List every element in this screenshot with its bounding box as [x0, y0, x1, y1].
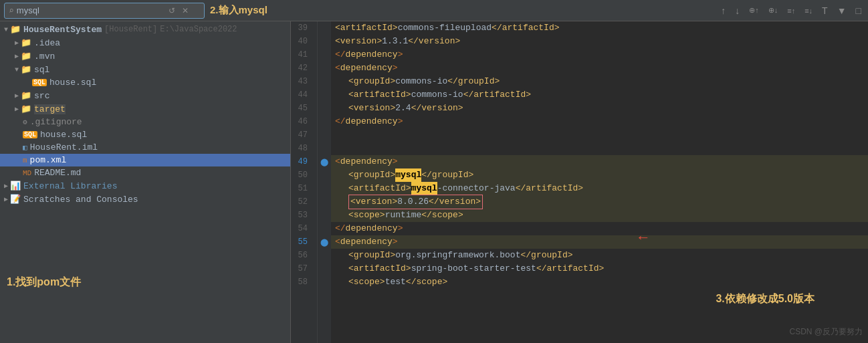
tag-44-endclose: >: [526, 88, 531, 102]
text-52: 8.0.26: [397, 197, 429, 207]
gutter-52: [318, 195, 331, 209]
folder-icon-target: 📁: [21, 104, 31, 114]
sidebar-item-ext-lib[interactable]: ▶ 📊 External Libraries: [0, 179, 290, 193]
code-area: 39 40 41 42 43 44 45 46 47 48 49 50 51 5…: [291, 21, 868, 343]
line-num-56: 56: [291, 249, 312, 262]
line-num-49: 49: [291, 155, 312, 168]
idea-label: .idea: [34, 38, 60, 48]
search-prev-btn[interactable]: ↺: [167, 5, 177, 17]
tag-43-endclose: >: [494, 75, 500, 88]
gutter: ⬤ ⬤: [318, 21, 331, 343]
tag-artifactid-prev: artifactId: [340, 21, 393, 35]
tag-50-endname: groupId: [432, 168, 469, 182]
sidebar-item-project-root[interactable]: ▼ 📁 HouseRentSystem [HouseRent] E:\JavaS…: [0, 23, 290, 36]
tag-54-open: </: [335, 222, 346, 235]
tag-51-endclose: >: [578, 182, 583, 195]
code-line-41: </dependency>: [331, 48, 868, 62]
code-line-56: <groupId>org.springframework.boot</group…: [331, 249, 868, 262]
line-num-47: 47: [291, 128, 312, 142]
tag-57-close: >: [406, 262, 411, 275]
sidebar-item-house-sql2[interactable]: SQL house.sql: [0, 128, 290, 141]
sidebar-item-house-sql[interactable]: SQL house.sql: [0, 76, 290, 89]
tag-45-endopen: </: [411, 102, 422, 115]
tag-51-name: artifactId: [354, 182, 406, 195]
line-num-57: 57: [291, 262, 312, 275]
sidebar-item-readme[interactable]: MD README.md: [0, 166, 290, 179]
gutter-49-marker: ⬤: [318, 155, 331, 168]
nav-up-btn[interactable]: ↑: [718, 4, 728, 17]
tag-56-name: groupId: [354, 249, 391, 262]
tag-53-endname: scope: [432, 209, 458, 222]
tag-52-endname: version: [439, 197, 476, 207]
line-num-41: 41: [291, 48, 312, 62]
code-line-39: <artifactId>commons-fileupload</artifact…: [331, 21, 868, 35]
code-line-43: <groupId>commons-io</groupId>: [331, 75, 868, 88]
find-next-btn[interactable]: ⊕↓: [766, 5, 781, 16]
tag-58-open: <: [348, 275, 354, 289]
tag-53-open: <: [348, 209, 354, 222]
main-area: ▼ 📁 HouseRentSystem [HouseRent] E:\JavaS…: [0, 21, 868, 343]
code-line-52: <version>8.0.26</version>: [331, 195, 868, 209]
sidebar-item-pom[interactable]: m pom.xml: [0, 154, 290, 166]
filter-btn[interactable]: ▼: [835, 4, 849, 17]
arrow-src: ▶: [15, 92, 19, 100]
tag-44-close: >: [406, 88, 411, 102]
tag-58-endclose: >: [442, 275, 447, 289]
search-input[interactable]: [17, 5, 164, 15]
ext-lib-label: External Libraries: [23, 181, 117, 191]
tag-end-artifactid-prev: >: [554, 21, 560, 35]
sidebar-item-idea[interactable]: ▶ 📁 .idea: [0, 36, 290, 49]
align-left-btn[interactable]: ≡↑: [784, 5, 798, 16]
arrow-sql: ▼: [15, 66, 19, 74]
tag-43-open: <: [348, 75, 354, 88]
tag-45-endclose: >: [458, 102, 463, 115]
sidebar-item-target[interactable]: ▶ 📁 target: [0, 102, 290, 116]
mvn-label: .mvn: [34, 51, 55, 62]
search-close-btn[interactable]: ✕: [180, 5, 191, 17]
tag-49-open: <: [335, 155, 340, 168]
folder-icon-sql: 📁: [21, 64, 31, 75]
sidebar-item-mvn[interactable]: ▶ 📁 .mvn: [0, 49, 290, 63]
tag-50-name: groupId: [354, 168, 391, 182]
src-label: src: [34, 91, 49, 101]
tag-40-endopen: </: [408, 35, 419, 48]
sidebar-item-scratches[interactable]: ▶ 📝 Scratches and Consoles: [0, 193, 290, 206]
target-label: target: [34, 104, 66, 114]
sidebar-item-iml[interactable]: ◧ HouseRent.iml: [0, 141, 290, 154]
gutter-50: [318, 168, 331, 182]
code-line-57: <artifactId>spring-boot-starter-test</ar…: [331, 262, 868, 275]
line-num-51: 51: [291, 182, 312, 195]
nav-down-btn[interactable]: ↓: [732, 4, 742, 17]
sidebar-item-sql[interactable]: ▼ 📁 sql: [0, 63, 290, 76]
tag-51-endopen: </: [516, 182, 526, 195]
tag-56-open: <: [348, 249, 354, 262]
find-prev-btn[interactable]: ⊕↑: [746, 5, 762, 16]
artifactid-prev-text: commons-fileupload: [398, 21, 492, 35]
gutter-54: [318, 222, 331, 235]
expand-btn[interactable]: □: [853, 4, 864, 17]
line-num-50: 50: [291, 168, 312, 182]
arrow-scratches: ▶: [4, 195, 8, 203]
tag-57-endclose: >: [599, 262, 605, 275]
sidebar-item-src[interactable]: ▶ 📁 src: [0, 89, 290, 102]
tag-51-open: <: [348, 182, 354, 195]
tag-56-endclose: >: [568, 249, 573, 262]
tag-52-name: version: [356, 197, 393, 207]
text-58: test: [385, 275, 406, 289]
tag-56-close: >: [390, 249, 395, 262]
tag-54-name: dependency: [346, 222, 398, 235]
search-box[interactable]: ⌕ ↺ ✕: [4, 3, 205, 19]
gutter-47: [318, 128, 331, 142]
code-line-51: <artifactId>mysql-connector-java</artifa…: [331, 182, 868, 195]
tag-53-name: scope: [354, 209, 380, 222]
align-right-btn[interactable]: ≡↓: [802, 5, 815, 16]
gutter-44: [318, 88, 331, 102]
tag-50-endopen: </: [421, 168, 432, 182]
tag-53-close: >: [380, 209, 385, 222]
tag-56-endopen: </: [520, 249, 531, 262]
line-num-52: 52: [291, 195, 312, 209]
pom-label: pom.xml: [30, 155, 67, 165]
sidebar-item-gitignore[interactable]: ⚙ .gitignore: [0, 116, 290, 128]
text-btn[interactable]: T: [819, 4, 831, 17]
tag-endclose-artifactid-prev: </: [492, 21, 502, 35]
